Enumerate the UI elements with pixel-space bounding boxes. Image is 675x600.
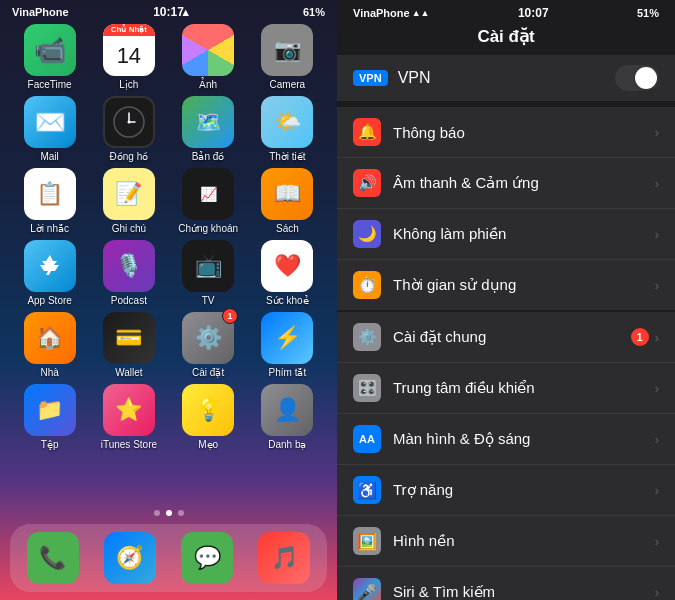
vpn-toggle[interactable] bbox=[615, 65, 659, 91]
dock-safari[interactable]: 🧭 bbox=[96, 532, 164, 584]
app-reminders[interactable]: 📋 Lời nhắc bbox=[16, 168, 84, 234]
status-right-left: 61% bbox=[303, 6, 325, 18]
time-right: 10:07 bbox=[518, 6, 549, 20]
app-weather[interactable]: 🌤️ Thời tiết bbox=[253, 96, 321, 162]
facetime-icon: 📹 bbox=[24, 24, 76, 76]
chevron-icon: › bbox=[655, 176, 659, 191]
screentime-label: Thời gian sử dụng bbox=[393, 276, 655, 294]
books-label: Sách bbox=[276, 223, 299, 234]
svg-point-3 bbox=[127, 121, 130, 124]
right-phone: VinaPhone ▲▲ 10:07 51% Cài đặt VPN VPN 🔔… bbox=[337, 0, 675, 600]
messages-icon: 💬 bbox=[181, 532, 233, 584]
chevron-icon: › bbox=[655, 534, 659, 549]
display-label: Màn hình & Độ sáng bbox=[393, 430, 655, 448]
dock-music[interactable]: 🎵 bbox=[250, 532, 318, 584]
app-row-6: 📁 Tệp ⭐ iTunes Store 💡 Mẹo 👤 Danh bạ bbox=[10, 384, 327, 450]
mail-icon: ✉️ bbox=[24, 96, 76, 148]
dnd-icon: 🌙 bbox=[353, 220, 381, 248]
app-health[interactable]: ❤️ Sức khoẻ bbox=[253, 240, 321, 306]
control-icon: 🎛️ bbox=[353, 374, 381, 402]
health-label: Sức khoẻ bbox=[266, 295, 309, 306]
app-facetime[interactable]: 📹 FaceTime bbox=[16, 24, 84, 90]
screentime-icon: ⏱️ bbox=[353, 271, 381, 299]
health-icon: ❤️ bbox=[261, 240, 313, 292]
app-shortcuts[interactable]: ⚡ Phím tắt bbox=[253, 312, 321, 378]
app-files[interactable]: 📁 Tệp bbox=[16, 384, 84, 450]
app-appstore[interactable]: App Store bbox=[16, 240, 84, 306]
notes-icon: 📝 bbox=[103, 168, 155, 220]
app-tips[interactable]: 💡 Mẹo bbox=[174, 384, 242, 450]
podcast-label: Podcast bbox=[111, 295, 147, 306]
dock-messages[interactable]: 💬 bbox=[173, 532, 241, 584]
app-camera[interactable]: 📷 Camera bbox=[253, 24, 321, 90]
notifications-right: › bbox=[655, 125, 659, 140]
app-tv[interactable]: 📺 TV bbox=[174, 240, 242, 306]
home-label: Nhà bbox=[40, 367, 58, 378]
app-home[interactable]: 🏠 Nhà bbox=[16, 312, 84, 378]
time-left: 10:17 bbox=[153, 5, 184, 19]
settings-row-general[interactable]: ⚙️ Cài đặt chung 1 › bbox=[337, 312, 675, 363]
chevron-icon: › bbox=[655, 381, 659, 396]
dock: 📞 🧭 💬 🎵 bbox=[10, 524, 327, 592]
music-icon: 🎵 bbox=[258, 532, 310, 584]
app-stocks[interactable]: 📈 Chứng khoán bbox=[174, 168, 242, 234]
wallet-label: Wallet bbox=[115, 367, 142, 378]
files-label: Tệp bbox=[41, 439, 59, 450]
weather-label: Thời tiết bbox=[269, 151, 305, 162]
settings-row-accessibility[interactable]: ♿ Trợ năng › bbox=[337, 465, 675, 516]
app-wallet[interactable]: 💳 Wallet bbox=[95, 312, 163, 378]
dock-phone[interactable]: 📞 bbox=[19, 532, 87, 584]
chevron-icon: › bbox=[655, 278, 659, 293]
settings-title: Cài đặt bbox=[337, 22, 675, 55]
maps-icon: 🗺️ bbox=[182, 96, 234, 148]
settings-row-sound[interactable]: 🔊 Âm thanh & Cảm ứng › bbox=[337, 158, 675, 209]
settings-row-dnd[interactable]: 🌙 Không làm phiền › bbox=[337, 209, 675, 260]
notifications-icon: 🔔 bbox=[353, 118, 381, 146]
vpn-row[interactable]: VPN VPN bbox=[337, 55, 675, 101]
app-contacts[interactable]: 👤 Danh bạ bbox=[253, 384, 321, 450]
appstore-icon bbox=[24, 240, 76, 292]
app-books[interactable]: 📖 Sách bbox=[253, 168, 321, 234]
sound-label: Âm thanh & Cảm ứng bbox=[393, 174, 655, 192]
notifications-label: Thông báo bbox=[393, 124, 655, 141]
settings-label: Cài đặt bbox=[192, 367, 224, 378]
accessibility-right: › bbox=[655, 483, 659, 498]
settings-row-notifications[interactable]: 🔔 Thông báo › bbox=[337, 107, 675, 158]
app-mail[interactable]: ✉️ Mail bbox=[16, 96, 84, 162]
siri-right: › bbox=[655, 585, 659, 600]
app-itunes[interactable]: ⭐ iTunes Store bbox=[95, 384, 163, 450]
general-right: 1 › bbox=[631, 328, 659, 346]
app-settings[interactable]: ⚙️ 1 Cài đặt bbox=[174, 312, 242, 378]
control-right: › bbox=[655, 381, 659, 396]
dnd-label: Không làm phiền bbox=[393, 225, 655, 243]
battery-right: 51% bbox=[637, 7, 659, 19]
app-notes[interactable]: 📝 Ghi chú bbox=[95, 168, 163, 234]
home-icon: 🏠 bbox=[24, 312, 76, 364]
settings-row-siri[interactable]: 🎤 Siri & Tìm kiếm › bbox=[337, 567, 675, 600]
app-row-3: 📋 Lời nhắc 📝 Ghi chú 📈 Chứng khoán 📖 Sác… bbox=[10, 168, 327, 234]
app-clock[interactable]: Đồng hồ bbox=[95, 96, 163, 162]
files-icon: 📁 bbox=[24, 384, 76, 436]
settings-row-wallpaper[interactable]: 🖼️ Hình nền › bbox=[337, 516, 675, 567]
app-podcast[interactable]: 🎙️ Podcast bbox=[95, 240, 163, 306]
books-icon: 📖 bbox=[261, 168, 313, 220]
photos-icon bbox=[182, 24, 234, 76]
app-grid: 📹 FaceTime Chủ Nhật 14 Lịch Ảnh 📷 Camera bbox=[0, 20, 337, 510]
app-photos[interactable]: Ảnh bbox=[174, 24, 242, 90]
settings-row-screentime[interactable]: ⏱️ Thời gian sử dụng › bbox=[337, 260, 675, 310]
settings-row-display[interactable]: AA Màn hình & Độ sáng › bbox=[337, 414, 675, 465]
page-dots bbox=[0, 510, 337, 516]
app-maps[interactable]: 🗺️ Bản đồ bbox=[174, 96, 242, 162]
contacts-icon: 👤 bbox=[261, 384, 313, 436]
display-icon: AA bbox=[353, 425, 381, 453]
facetime-label: FaceTime bbox=[28, 79, 72, 90]
phone-icon: 📞 bbox=[27, 532, 79, 584]
clock-label: Đồng hồ bbox=[110, 151, 149, 162]
app-calendar[interactable]: Chủ Nhật 14 Lịch bbox=[95, 24, 163, 90]
control-label: Trung tâm điều khiển bbox=[393, 379, 655, 397]
settings-row-control[interactable]: 🎛️ Trung tâm điều khiển › bbox=[337, 363, 675, 414]
carrier-left: VinaPhone bbox=[12, 6, 69, 18]
dot-2 bbox=[166, 510, 172, 516]
settings-section-2: ⚙️ Cài đặt chung 1 › 🎛️ Trung tâm điều k… bbox=[337, 312, 675, 600]
stocks-label: Chứng khoán bbox=[178, 223, 238, 234]
